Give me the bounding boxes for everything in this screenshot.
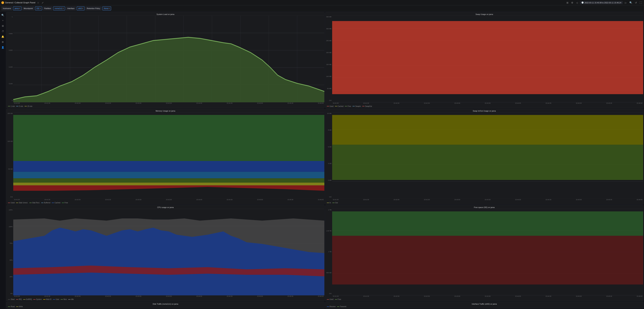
chevron-down-icon: ▾ (40, 8, 40, 9)
breadcrumb: General / Collectd Graph Panel (5, 1, 36, 4)
legend-1min: 1 min (8, 105, 15, 107)
legend-irq: IRQ (16, 298, 22, 300)
panel-swap-inout-title: Swap In/Out Usage on jama (326, 109, 643, 112)
topbar: General / Collectd Graph Panel ☆ ⤢ ⊞ ⚙ ◁… (0, 0, 644, 5)
svg-rect-58 (332, 211, 643, 236)
y-axis-memory-usage: 150 GB 100 GB 50 GB 0 B (6, 112, 13, 198)
topbar-right: ⊞ ⚙ ◁ 🕐 2022-03-11 15:40:38 to 2022-03-1… (566, 1, 643, 4)
filter-nvme1n1[interactable]: nvme1n1 ▾ (53, 7, 65, 11)
filter-mountpoint[interactable]: Mountpoint (22, 7, 34, 11)
legend-mem-slab-unrecl: Slab Unrecl. (16, 202, 28, 204)
x-axis-memory-usage: 15:41:00 15:41:30 15:42:00 15:42:30 15:4… (13, 199, 324, 201)
chart-canvas-swap-usage (332, 16, 643, 102)
filter-interface[interactable]: Interface (66, 7, 76, 11)
filter-jama[interactable]: jama ▾ (13, 7, 22, 11)
time-range[interactable]: 🕐 2022-03-11 15:40:38 to 2022-03-11 15:4… (580, 1, 623, 4)
panel-cpu-usage-title: CPU usage on jama (6, 205, 324, 209)
svg-marker-35 (13, 185, 324, 191)
y-axis-free-space: 2 TB 1.50 TB 1 TB 500 GB 0 B (326, 209, 332, 295)
chart-canvas-cpu-usage (13, 209, 324, 295)
legend-out: Out (332, 202, 338, 204)
share-icon[interactable]: ⤢ (41, 1, 44, 4)
legend-in: In (327, 202, 331, 204)
legend-memory-usage: Used Slab Unrecl. Slab Recl. Buffered Ca… (6, 201, 324, 204)
svg-marker-32 (13, 172, 324, 178)
legend-fs-free: Free (335, 298, 341, 300)
chevron-down-icon: ▾ (109, 8, 110, 9)
legend-softirq: SoftIRQ (23, 298, 32, 300)
legend-transmit: Transmit (337, 306, 346, 307)
svg-marker-34 (13, 183, 324, 185)
svg-marker-33 (13, 178, 324, 183)
panel-system-load: System Load on jama 1 0.800 0.600 0.400 … (6, 12, 324, 108)
legend-read: Read (8, 306, 15, 307)
sidebar-item-explore[interactable]: ⏱ (0, 29, 5, 34)
prev-icon[interactable]: ◁ (575, 1, 578, 4)
chart-canvas-system-load (13, 16, 324, 102)
svg-rect-25 (332, 21, 643, 94)
legend-swapout: SwapOut (362, 105, 372, 107)
legend-cached: Cached (335, 105, 344, 107)
filter-hostname[interactable]: hostname (1, 7, 12, 11)
legend-mem-buffered: Buffered (41, 202, 50, 204)
panel-system-load-title: System Load on jama (6, 12, 324, 16)
refresh-icon[interactable]: ↺ (634, 1, 638, 4)
panel-disk-traffic-title: Disk Traffic (nvme1n1) on jama (6, 302, 324, 305)
star-icon[interactable]: ☆ (36, 1, 40, 4)
panel-swap-usage-title: Swap Usage on jama (326, 12, 643, 16)
sidebar-item-dashboards[interactable]: ⊞ (0, 24, 5, 28)
filter-eth0[interactable]: eth0 ▾ (77, 7, 84, 11)
fullscreen-icon[interactable]: ⛶ (639, 1, 643, 4)
chevron-down-icon: ▾ (63, 8, 64, 9)
panel-interface-traffic: Interface Traffic (eth0) on jama 20 kb/s… (325, 302, 644, 308)
panel-interface-traffic-title: Interface Traffic (eth0) on jama (326, 302, 643, 305)
filter-oe[interactable]: OE ▾ (35, 7, 42, 11)
legend-receive: Receive (327, 306, 336, 307)
legend-nice: Nice (60, 298, 67, 300)
sidebar-item-user[interactable]: 👤 (0, 45, 5, 50)
y-axis-swap-usage: 350 MB 300 MB 250 MB 200 MB 150 MB 100 M… (326, 16, 332, 102)
panel-memory-usage-title: Memory Usage on jama (6, 109, 324, 112)
svg-rect-43 (332, 145, 643, 180)
x-axis-swap-inout: 15:41:00 15:41:30 15:42:00 15:42:30 15:4… (332, 199, 643, 201)
legend-swap-usage: Used Cached Free SwapIn SwapOut (326, 105, 643, 108)
x-axis-swap-usage: 15:41:00 15:41:30 15:42:00 15:42:30 15:4… (332, 102, 643, 105)
chevron-down-icon: ▾ (19, 8, 20, 9)
x-axis-system-load: 15:41:00 15:41:30 15:42:00 15:42:30 15:4… (13, 102, 324, 105)
sidebar: 🔍 ＋ ⊞ ⏱ 🔔 ⚙ 👤 (0, 12, 6, 309)
x-axis-cpu-usage: 15:41:00 15:41:30 15:42:00 15:42:30 15:4… (13, 295, 324, 298)
legend-user: User (53, 298, 59, 300)
panel-disk-traffic: Disk Traffic (nvme1n1) on jama 30 Gb 25 … (6, 302, 324, 308)
legend-steal: Steal (8, 298, 14, 300)
sidebar-item-add[interactable]: ＋ (0, 18, 5, 23)
svg-marker-30 (13, 115, 324, 161)
filter-retention-policy[interactable]: Retention Policy (85, 7, 102, 11)
dashboard-icon[interactable]: ⊞ (566, 1, 569, 4)
legend-free: Free (345, 105, 351, 107)
chart-system-load: 1 0.800 0.600 0.400 0.200 0 (6, 16, 324, 105)
legend-mem-used: Used (8, 202, 14, 204)
legend-swapin: SwapIn (352, 105, 361, 107)
filter-partition[interactable]: Partition (43, 7, 52, 11)
legend-disk-traffic: Read Write (6, 305, 324, 308)
panel-memory-usage: Memory Usage on jama 150 GB 100 GB 50 GB… (6, 109, 324, 205)
filter-none[interactable]: None ▾ (102, 7, 111, 11)
clock-icon: 🕐 (582, 2, 584, 4)
settings-icon[interactable]: ⚙ (570, 1, 574, 4)
sidebar-item-config[interactable]: ⚙ (0, 40, 5, 44)
sidebar-item-search[interactable]: 🔍 (0, 13, 5, 18)
chart-cpu-usage: 125% 100% 75% 50% 25% 0% (6, 209, 324, 298)
legend-waitio: Wait-IO (43, 298, 52, 300)
sidebar-item-alerts[interactable]: 🔔 (0, 34, 5, 39)
legend-system: System (33, 298, 42, 300)
next-icon[interactable]: ▷ (624, 1, 628, 4)
zoom-out-icon[interactable]: 🔍 (629, 1, 633, 4)
y-axis-cpu-usage: 125% 100% 75% 50% 25% 0% (6, 209, 13, 295)
chart-swap-usage: 350 MB 300 MB 250 MB 200 MB 150 MB 100 M… (326, 16, 643, 105)
legend-interface-traffic: Receive Transmit (326, 305, 643, 308)
toolbar: hostname jama ▾ Mountpoint OE ▾ Partitio… (0, 5, 644, 12)
chart-free-space: 2 TB 1.50 TB 1 TB 500 GB 0 B (326, 209, 643, 298)
legend-swap-inout: In Out (326, 201, 643, 204)
y-axis-swap-inout: 10 GB 8 GB 6 GB 4 GB 2 GB 0 B (326, 112, 332, 198)
grafana-logo (1, 1, 4, 4)
